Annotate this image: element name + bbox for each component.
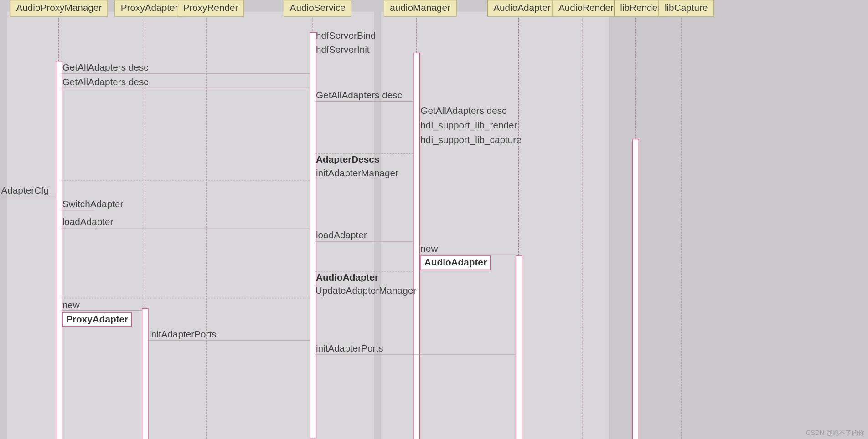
label-hdi-render: hdi_support_lib_render [420,120,517,131]
line-load-adapter-1 [61,228,310,228]
label-adapter-descs: AdapterDescs [316,154,379,165]
stem-audio-render [582,18,582,439]
lifeline-audio-manager: audioManager [384,0,456,17]
activation-lib-render [632,139,639,439]
lifeline-audio-render: AudioRender [552,0,620,17]
label-init-ports-2: initAdapterPorts [316,343,383,354]
label-hdi-capture: hdi_support_lib_capture [420,134,521,145]
label-get-all-4: GetAllAdapters desc [420,106,506,117]
line-init-adapter-mgr [61,180,310,180]
label-hdf-bind: hdfServerBind [316,31,376,41]
lifeline-proxy-render: ProxyRender [177,0,244,17]
line-init-ports-2 [315,354,516,355]
line-get-all-1 [61,73,310,74]
lifeline-audio-service: AudioService [284,0,351,17]
label-switch-adapter: SwitchAdapter [62,199,124,210]
line-adapter-cfg [1,197,56,197]
lifeline-audio-adapter: AudioAdapter [487,0,557,17]
lifeline-proxy-adapter: ProxyAdapter [114,0,184,17]
line-new-1 [419,255,516,255]
label-audio-adapter-ret: AudioAdapter [316,272,378,283]
activation-audio-adapter [516,255,522,439]
label-adapter-cfg: AdapterCfg [1,185,49,196]
sequence-diagram: AudioProxyManager ProxyAdapter ProxyRend… [0,0,865,439]
line-update-mgr [61,298,310,298]
label-init-adapter-mgr: initAdapterManager [316,168,398,179]
label-get-all-3: GetAllAdapters desc [316,90,402,101]
label-new-1: new [420,243,438,254]
label-proxy-adapter-box: ProxyAdapter [62,312,132,327]
stem-lib-capture [681,18,681,439]
label-load-adapter-1: loadAdapter [62,217,114,228]
label-get-all-1: GetAllAdapters desc [62,62,149,73]
activation-audio-manager [413,53,420,439]
activation-proxy-manager [56,61,62,439]
label-load-adapter-2: loadAdapter [316,230,367,241]
label-audio-adapter-box: AudioAdapter [420,255,491,270]
line-adapter-descs [315,153,413,154]
label-new-2: new [62,300,80,311]
stem-proxy-render [206,18,206,439]
watermark: CSDN @跑不了的你 [806,429,864,437]
label-hdf-init: hdfServerInit [316,45,370,56]
lifeline-audio-proxy-manager: AudioProxyManager [10,0,108,17]
line-init-ports-1 [147,340,310,341]
label-get-all-2: GetAllAdapters desc [62,77,149,87]
label-update-mgr: UpdateAdapterManager [315,286,416,296]
line-new-2 [61,310,142,311]
activation-proxy-adapter [142,308,149,439]
line-get-all-2 [61,88,310,88]
line-switch-adapter [61,210,94,210]
line-get-all-3 [315,101,413,102]
line-load-adapter-2 [315,241,413,241]
line-audio-adapter-ret [315,271,413,271]
label-init-ports-1: initAdapterPorts [149,329,217,340]
lifeline-lib-capture: libCapture [658,0,713,17]
